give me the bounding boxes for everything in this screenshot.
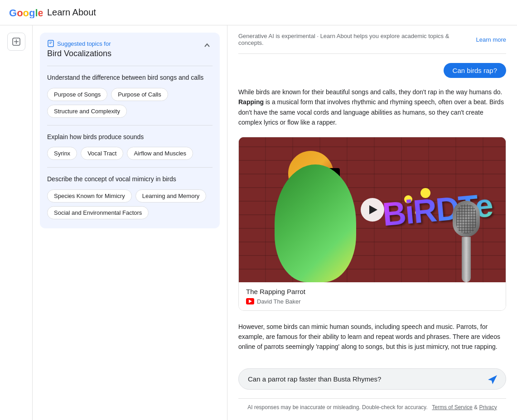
chip-vocal-tract[interactable]: Vocal Tract: [81, 147, 123, 160]
divider-3: [47, 167, 213, 168]
disclaimer-text: AI responses may be inaccurate or mislea…: [247, 404, 427, 410]
input-area: [238, 361, 506, 398]
video-card: ▓▓▓▓▓▓▓ BiRDTe: [238, 137, 506, 311]
add-chat-button[interactable]: [7, 33, 25, 51]
topic-title: Bird Vocalizations: [47, 49, 111, 58]
paragraph-1-after: is a musical form that involves rhythmic…: [238, 98, 504, 126]
main-layout: Suggested topics for Bird Vocalizations …: [0, 25, 517, 420]
chat-input[interactable]: [238, 368, 506, 390]
mic-handle: [462, 237, 471, 282]
mic-head: [453, 201, 480, 237]
chip-learning-and-memory[interactable]: Learning and Memory: [135, 189, 206, 203]
logo-group: Google Learn About: [9, 7, 96, 18]
topics-card: Suggested topics for Bird Vocalizations …: [40, 33, 220, 228]
video-meta: The Rapping Parrot David The Baker: [239, 282, 506, 310]
topic-section-1: Understand the difference between bird s…: [47, 73, 213, 118]
chip-species-known-for-mimicry[interactable]: Species Known for Mimicry: [47, 189, 132, 203]
collapse-button[interactable]: [202, 40, 213, 53]
section-1-title: Understand the difference between bird s…: [47, 73, 213, 82]
youtube-icon: [246, 298, 254, 304]
chip-syrinx[interactable]: Syrinx: [47, 147, 77, 160]
play-icon: [369, 205, 377, 214]
paragraph-1-bold: Rapping: [238, 98, 264, 106]
parrot-body: [275, 164, 356, 282]
send-icon: [487, 374, 498, 385]
input-wrapper: [238, 368, 506, 391]
topics-panel: Suggested topics for Bird Vocalizations …: [33, 25, 227, 420]
divider-2: [47, 125, 213, 126]
content-section: While birds are known for their beautifu…: [238, 87, 506, 416]
section-2-chips: Syrinx Vocal Tract Airflow and Muscles: [47, 147, 213, 160]
app-title: Learn About: [47, 7, 96, 18]
ai-notice-bar: Generative AI is experimental · Learn Ab…: [238, 25, 506, 54]
play-button[interactable]: [361, 198, 384, 222]
terms-link[interactable]: Terms of Service: [432, 404, 472, 410]
paragraph-1: While birds are known for their beautifu…: [238, 87, 506, 128]
topic-section-3: Describe the concept of vocal mimicry in…: [47, 175, 213, 219]
section-2-title: Explain how birds produce sounds: [47, 133, 213, 142]
section-3-title: Describe the concept of vocal mimicry in…: [47, 175, 213, 184]
chip-structure-and-complexity[interactable]: Structure and Complexity: [47, 105, 127, 118]
section-1-chips: Purpose of Songs Purpose of Calls Struct…: [47, 88, 213, 118]
query-pill: Can birds rap?: [444, 63, 506, 78]
privacy-link[interactable]: Privacy: [479, 404, 497, 410]
send-button[interactable]: [485, 372, 500, 387]
video-channel: David The Baker: [246, 298, 498, 305]
chip-airflow-and-muscles[interactable]: Airflow and Muscles: [127, 147, 193, 160]
mic-grid: [456, 204, 476, 233]
chip-social-and-environmental-factors[interactable]: Social and Environmental Factors: [47, 206, 149, 219]
topics-card-header: Suggested topics for Bird Vocalizations: [47, 40, 213, 58]
sidebar: [0, 25, 33, 420]
chip-purpose-of-calls[interactable]: Purpose of Calls: [111, 88, 168, 101]
youtube-play-icon: [249, 299, 252, 303]
divider-1: [47, 66, 213, 66]
main-content: Generative AI is experimental · Learn Ab…: [227, 25, 517, 420]
add-icon: [12, 38, 20, 46]
chevron-up-icon: [203, 42, 211, 49]
footer-ampersand: &: [474, 404, 479, 410]
ai-notice-text: Generative AI is experimental · Learn Ab…: [238, 33, 476, 46]
paragraph-2: However, some birds can mimic human soun…: [238, 322, 506, 352]
bookmark-icon: [47, 40, 54, 47]
google-logo: Google: [9, 7, 43, 18]
microphone: [448, 201, 484, 282]
section-3-chips: Species Known for Mimicry Learning and M…: [47, 189, 213, 219]
paragraph-1-before: While birds are known for their beautifu…: [238, 88, 502, 96]
video-title: The Rapping Parrot: [246, 288, 498, 295]
learn-more-link[interactable]: Learn more: [476, 36, 506, 43]
svg-text:Google: Google: [9, 7, 43, 18]
video-thumbnail[interactable]: ▓▓▓▓▓▓▓ BiRDTe: [239, 137, 506, 282]
footer-disclaimer: AI responses may be inaccurate or mislea…: [238, 398, 506, 416]
topic-section-2: Explain how birds produce sounds Syrinx …: [47, 133, 213, 160]
chip-purpose-of-songs[interactable]: Purpose of Songs: [47, 88, 107, 101]
channel-name: David The Baker: [257, 298, 301, 305]
app-header: Google Learn About: [0, 0, 517, 25]
suggested-label: Suggested topics for: [47, 40, 111, 47]
topics-card-header-left: Suggested topics for Bird Vocalizations: [47, 40, 111, 58]
